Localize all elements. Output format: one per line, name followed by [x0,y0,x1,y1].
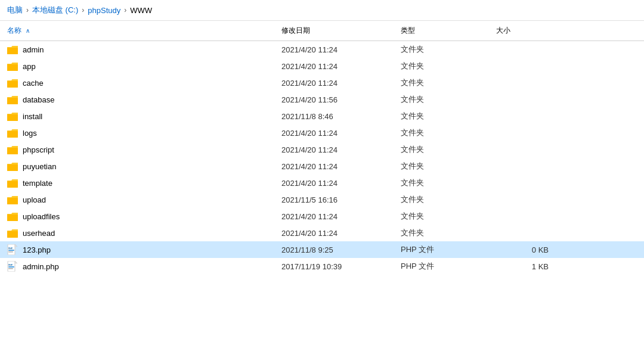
breadcrumb-computer[interactable]: 电脑 [7,5,23,15]
breadcrumb-www: WWW [130,6,152,15]
table-row[interactable]: upload2021/11/5 16:16文件夹 [0,191,644,208]
sort-arrow-name: ∧ [26,27,30,34]
col-header-name[interactable]: 名称 ∧ [0,23,274,38]
svg-marker-26 [15,244,17,247]
svg-rect-13 [7,148,18,154]
file-name-label: upload [23,195,46,204]
breadcrumb-phpstudy[interactable]: phpStudy [88,6,120,15]
file-name-cell: userhead [0,226,274,240]
table-row[interactable]: uploadfiles2021/4/20 11:24文件夹 [0,208,644,225]
file-type-cell: 文件夹 [394,92,489,107]
php-icon: PHP [7,244,18,255]
file-type-cell: 文件夹 [394,176,489,190]
file-type-cell: 文件夹 [394,76,489,90]
col-header-type[interactable]: 类型 [394,23,489,38]
svg-rect-27 [8,250,14,251]
file-name-label: phpscript [23,145,54,154]
file-name-cell: cache [0,76,274,89]
file-size-cell [489,148,561,151]
file-date-cell: 2021/11/5 16:16 [274,194,394,206]
file-type-cell: 文件夹 [394,59,489,73]
folder-icon [7,78,18,88]
table-row[interactable]: admin2021/4/20 11:24文件夹 [0,41,644,58]
svg-rect-28 [8,251,13,253]
svg-rect-17 [7,181,18,188]
table-row[interactable]: userhead2021/4/20 11:24文件夹 [0,225,644,241]
col-header-size[interactable]: 大小 [489,23,561,38]
file-date-cell: 2021/11/8 9:25 [274,244,394,256]
table-row[interactable]: PHP admin.php2017/11/19 10:39PHP 文件1 KB [0,258,644,275]
file-name-label: 123.php [23,245,51,254]
svg-rect-3 [7,64,18,71]
file-name-cell: puyuetian [0,160,274,173]
breadcrumb-cdrive[interactable]: 本地磁盘 (C:) [32,5,78,15]
file-name-label: puyuetian [23,162,56,171]
breadcrumb-sep-2: › [82,6,84,14]
file-type-cell: 文件夹 [394,142,489,157]
breadcrumb: 电脑 › 本地磁盘 (C:) › phpStudy › WWW [0,0,644,21]
file-size-cell [489,231,561,235]
file-name-cell: install [0,110,274,123]
file-explorer: 名称 ∧ 修改日期 类型 大小 admin2021/4/20 11:24文件夹 … [0,21,644,338]
file-type-cell: 文件夹 [394,42,489,57]
file-size-cell [489,181,561,185]
file-type-cell: 文件夹 [394,226,489,240]
col-header-date[interactable]: 修改日期 [274,23,394,38]
svg-rect-19 [7,198,18,204]
table-row[interactable]: PHP 123.php2021/11/8 9:25PHP 文件0 KB [0,241,644,258]
table-row[interactable]: template2021/4/20 11:24文件夹 [0,175,644,191]
file-date-cell: 2021/4/20 11:24 [274,43,394,56]
folder-icon [7,161,18,171]
file-type-cell: 文件夹 [394,109,489,123]
file-size-cell: 0 KB [489,244,561,256]
svg-rect-21 [7,214,18,221]
svg-text:PHP: PHP [8,247,13,250]
file-size-cell [489,164,561,168]
file-type-cell: 文件夹 [394,159,489,173]
file-size-cell [489,98,561,101]
file-name-cell: phpscript [0,143,274,156]
folder-icon [7,145,18,154]
file-date-cell: 2021/4/20 11:24 [274,77,394,89]
file-name-cell: uploadfiles [0,210,274,223]
table-row[interactable]: database2021/4/20 11:56文件夹 [0,91,644,108]
table-row[interactable]: puyuetian2021/4/20 11:24文件夹 [0,158,644,175]
file-date-cell: 2021/11/8 8:46 [274,110,394,123]
file-name-label: install [23,112,42,121]
table-row[interactable]: cache2021/4/20 11:24文件夹 [0,74,644,91]
file-name-label: admin.php [23,262,59,271]
file-date-cell: 2021/4/20 11:24 [274,160,394,173]
file-size-cell [489,64,561,68]
svg-rect-15 [7,164,18,171]
file-date-cell: 2021/4/20 11:24 [274,127,394,139]
file-type-cell: 文件夹 [394,209,489,223]
table-row[interactable]: logs2021/4/20 11:24文件夹 [0,125,644,141]
file-date-cell: 2021/4/20 11:24 [274,210,394,223]
svg-rect-7 [7,98,18,104]
file-type-cell: 文件夹 [394,192,489,207]
file-name-label: uploadfiles [23,212,60,221]
file-size-cell [489,131,561,135]
table-row[interactable]: app2021/4/20 11:24文件夹 [0,58,644,74]
table-row[interactable]: phpscript2021/4/20 11:24文件夹 [0,141,644,158]
svg-rect-1 [7,48,18,54]
file-name-label: app [23,62,36,71]
folder-icon [7,178,18,188]
file-name-cell: PHP 123.php [0,242,274,257]
file-size-cell [489,81,561,85]
file-name-label: template [23,179,52,188]
folder-icon [7,228,18,238]
table-header: 名称 ∧ 修改日期 类型 大小 [0,21,644,41]
svg-text:PHP: PHP [8,264,13,266]
folder-icon [7,128,18,138]
folder-icon [7,95,18,104]
file-name-label: admin [23,45,44,54]
table-row[interactable]: install2021/11/8 8:46文件夹 [0,108,644,125]
file-date-cell: 2021/4/20 11:24 [274,227,394,240]
folder-icon [7,61,18,71]
file-name-cell: template [0,176,274,189]
folder-icon [7,45,18,54]
svg-rect-35 [8,268,13,269]
file-size-cell [489,114,561,118]
file-name-label: userhead [23,229,55,238]
